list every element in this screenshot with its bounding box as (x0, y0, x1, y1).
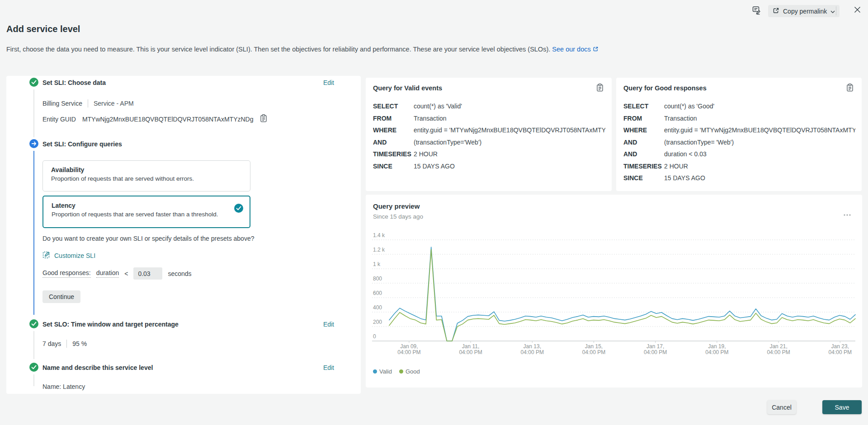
copy-permalink-button[interactable]: Copy permalink (768, 5, 840, 17)
preset-card-availability[interactable]: Availability Proportion of requests that… (42, 160, 250, 191)
legend-dot (399, 369, 403, 374)
svg-text:04:00 PM: 04:00 PM (397, 349, 420, 355)
step-title: Set SLI: Choose data (42, 78, 106, 87)
copy-good-query-button[interactable] (846, 84, 854, 93)
query-row: WHEREentity.guid = 'MTYwNjg2MnxBUE18QVBQ… (623, 124, 855, 136)
legend-item-valid[interactable]: Valid (373, 368, 392, 375)
svg-text:1.2 k: 1.2 k (373, 247, 385, 253)
svg-text:400: 400 (373, 304, 382, 311)
copy-guid-button[interactable] (260, 114, 267, 124)
step-connector (33, 331, 34, 359)
query-row: ANDduration < 0.03 (623, 148, 855, 160)
unit-label: seconds (168, 270, 191, 277)
target-value: 95 % (72, 340, 87, 347)
slo-summary-line: 7 days 95 % (42, 340, 87, 348)
svg-text:Jan 13,: Jan 13, (524, 343, 541, 350)
step-sli-choose-data: Set SLI: Choose data Edit (6, 78, 361, 87)
good-responses-label: Good responses: (42, 269, 91, 278)
service-level-name: Name: Latency (42, 383, 85, 390)
close-button[interactable] (854, 6, 861, 15)
customize-sli-button[interactable]: Customize SLI (42, 251, 95, 260)
threshold-input[interactable] (133, 267, 162, 280)
check-circle-icon (29, 363, 38, 372)
svg-text:800: 800 (373, 276, 382, 282)
entity-line: Billing Service Service - APM (42, 99, 134, 107)
query-valid-title: Query for Valid events (373, 84, 442, 92)
topbar-divider (836, 6, 836, 15)
check-circle-icon (29, 78, 38, 87)
page-subtitle: First, choose the data you need to measu… (6, 46, 730, 53)
active-step-connector (33, 151, 34, 315)
entity-guid-line: Entity GUID MTYwNjg2MnxBUE18QVBQTElDQVRJ… (42, 114, 267, 124)
save-button[interactable]: Save (822, 400, 862, 414)
svg-text:Jan 09,: Jan 09, (400, 343, 418, 350)
clipboard-icon (596, 84, 604, 93)
query-preview-chart: 02004006008001 k1.2 k1.4 kJan 09,04:00 P… (369, 227, 858, 367)
query-good-panel: Query for Good responses SELECTcount(*) … (616, 78, 862, 191)
preset-card-latency[interactable]: Latency Proportion of requests that are … (42, 196, 250, 228)
check-circle-icon (29, 319, 38, 328)
chevron-down-icon (830, 8, 835, 15)
time-window-value: 7 days (42, 340, 61, 347)
query-row: FROMTransaction (373, 112, 605, 125)
latency-card-description: Proportion of requests that are served f… (52, 211, 241, 218)
query-row: TIMESERIES2 HOUR (373, 148, 605, 160)
svg-text:600: 600 (373, 290, 382, 296)
kebab-icon (843, 211, 851, 218)
entity-type: Service - APM (94, 100, 134, 107)
query-good-title: Query for Good responses (623, 84, 707, 92)
svg-text:Jan 17,: Jan 17, (646, 343, 664, 350)
cancel-button[interactable]: Cancel (767, 400, 796, 414)
legend-label: Good (406, 368, 420, 375)
continue-button[interactable]: Continue (42, 290, 80, 303)
svg-text:04:00 PM: 04:00 PM (705, 349, 728, 355)
legend-label: Valid (379, 368, 392, 375)
external-link-icon (593, 46, 599, 53)
svg-text:0: 0 (373, 333, 376, 340)
step-title: Name and describe this service level (42, 363, 153, 372)
edit-naming-button[interactable]: Edit (323, 363, 334, 372)
edit-slo-button[interactable]: Edit (323, 320, 334, 329)
svg-text:04:00 PM: 04:00 PM (521, 349, 544, 355)
svg-text:Jan 19,: Jan 19, (708, 343, 726, 350)
customize-sli-icon (42, 251, 51, 260)
legend-item-good[interactable]: Good (399, 368, 420, 375)
step-connector (33, 374, 34, 386)
svg-text:200: 200 (373, 319, 382, 325)
chart-menu-button[interactable] (843, 211, 851, 218)
copy-valid-query-button[interactable] (596, 84, 604, 93)
query-row: FROMTransaction (623, 112, 855, 125)
svg-text:04:00 PM: 04:00 PM (459, 349, 482, 355)
svg-text:04:00 PM: 04:00 PM (644, 349, 667, 355)
chart-legend: ValidGood (373, 368, 420, 375)
entity-guid-value: MTYwNjg2MnxBUE18QVBQTElDQVRJT058NTAxMTYz… (82, 116, 254, 123)
sli-question: Do you want to create your own SLI or sp… (42, 235, 254, 242)
step-title: Set SLO: Time window and target percenta… (42, 320, 179, 329)
edit-choose-data-button[interactable]: Edit (323, 78, 334, 87)
docs-link[interactable]: See our docs (552, 46, 598, 53)
entity-guid-label: Entity GUID (42, 116, 76, 123)
step-title: Set SLI: Configure queries (42, 140, 122, 149)
query-valid-panel: Query for Valid events SELECTcount(*) as… (366, 78, 612, 191)
availability-card-description: Proportion of requests that are served w… (51, 175, 242, 182)
feedback-button[interactable] (751, 5, 761, 17)
svg-text:04:00 PM: 04:00 PM (829, 349, 852, 355)
query-valid-rows: SELECTcount(*) as 'Valid'FROMTransaction… (373, 100, 605, 172)
latency-card-title: Latency (52, 202, 241, 209)
copy-permalink-label: Copy permalink (783, 8, 827, 15)
svg-text:Jan 11,: Jan 11, (462, 343, 479, 350)
step-connector (33, 89, 34, 137)
chart-title: Query preview (373, 202, 420, 210)
entity-name: Billing Service (42, 100, 82, 107)
selected-check-icon (234, 204, 243, 213)
svg-text:Jan 15,: Jan 15, (585, 343, 603, 350)
step-slo: Set SLO: Time window and target percenta… (6, 319, 361, 328)
svg-text:1.4 k: 1.4 k (373, 232, 385, 238)
svg-text:Jan 21,: Jan 21, (769, 343, 787, 350)
query-preview-panel: Query preview Since 15 days ago 02004006… (366, 195, 862, 388)
query-row: SINCE15 DAYS AGO (373, 160, 605, 173)
attribute-selector[interactable]: duration (96, 269, 119, 278)
svg-text:04:00 PM: 04:00 PM (767, 349, 790, 355)
entity-divider (88, 99, 88, 107)
query-row: SELECTcount(*) as 'Valid' (373, 100, 605, 112)
